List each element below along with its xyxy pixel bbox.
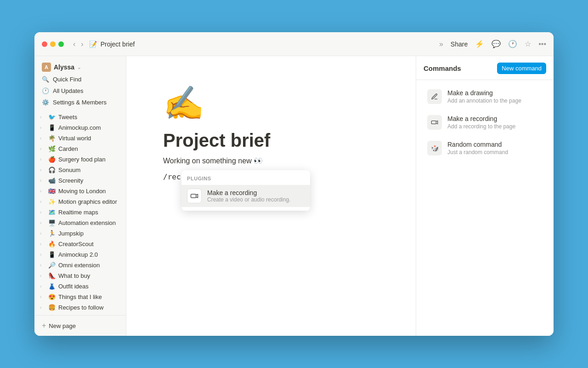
right-panel: Commands New command Make a drawing Add … [416, 56, 554, 336]
share-button[interactable]: Share [451, 40, 468, 48]
chevron-right-icon: › [40, 220, 45, 225]
history-icon[interactable]: 🕐 [508, 40, 517, 48]
slash-command-text[interactable]: /rec [163, 172, 181, 181]
command-desc: Add a recording to the page [447, 123, 515, 130]
sidebar-item-tweets[interactable]: › 🐦 Tweets [34, 112, 126, 122]
sidebar-item-settings[interactable]: ⚙️ Settings & Members [38, 97, 122, 108]
page-label: What to buy [58, 272, 122, 279]
plugin-name: Make a recording [207, 189, 290, 196]
chevron-right-icon: › [40, 242, 45, 247]
lightning-icon[interactable]: ⚡ [475, 40, 484, 48]
chevron-right-icon: › [40, 210, 45, 215]
chevron-right-icon: › [40, 273, 45, 278]
gear-icon: ⚙️ [42, 99, 49, 106]
sidebar-item-money-making[interactable]: › 🤑 Money making ideas [34, 313, 126, 315]
drawing-command-icon [427, 89, 442, 104]
sidebar-item-moving-london[interactable]: › 🇬🇧 Moving to London [34, 186, 126, 196]
plus-icon: + [42, 322, 46, 330]
sidebar-item-virtual-world[interactable]: › 🌴 Virtual world [34, 133, 126, 144]
sidebar-item-recipes[interactable]: › 🍔 Recipes to follow [34, 302, 126, 313]
chevron-right-icon: › [40, 157, 45, 162]
page-icon: 🍔 [48, 304, 56, 311]
minimize-button[interactable] [50, 41, 56, 47]
page-label: CreatorScout [58, 241, 122, 247]
page-icon: 📱 [48, 124, 56, 131]
command-name: Random command [447, 141, 508, 148]
recording-command-icon [427, 115, 442, 130]
svg-rect-0 [191, 194, 196, 198]
sidebar-item-things-i-like[interactable]: › 😍 Things that I like [34, 292, 126, 302]
document-subtitle: Working on something new 👀 [163, 156, 379, 165]
commands-title: Commands [424, 64, 461, 72]
chevron-right-icon: › [40, 115, 45, 120]
chevron-right-icon: › [40, 167, 45, 172]
plugin-item-recording[interactable]: Make a recording Create a video or audio… [181, 185, 310, 207]
sidebar-item-all-updates[interactable]: 🕐 All Updates [38, 85, 122, 97]
user-profile[interactable]: A Alyssa ⌄ [38, 61, 122, 74]
page-label: Sonuum [58, 167, 122, 173]
sidebar-item-surgery-food-plan[interactable]: › 🍎 Surgery food plan [34, 154, 126, 165]
sidebar-item-sonuum[interactable]: › 🎧 Sonuum [34, 165, 126, 175]
page-label: Animockup 2.0 [58, 251, 122, 258]
plugin-dropdown: PLUGINS Make a recording Create a video … [181, 170, 310, 211]
page-icon: 😍 [48, 293, 56, 300]
page-icon: 🎧 [48, 167, 56, 173]
username: Alyssa [54, 63, 74, 71]
sidebar-item-animockup-2[interactable]: › 📱 Animockup 2.0 [34, 249, 126, 260]
more-options-icon[interactable]: ••• [538, 40, 546, 48]
new-page-button[interactable]: + New page [38, 319, 122, 332]
sidebar-item-motion-graphics[interactable]: › ✨ Motion graphics editor [34, 196, 126, 207]
sidebar-item-omni-extension[interactable]: › 🔎 Omni extension [34, 260, 126, 270]
page-icon: 🔥 [48, 241, 56, 247]
sidebar-item-realtime-maps[interactable]: › 🗺️ Realtime maps [34, 207, 126, 218]
page-label: Animockup.com [58, 124, 122, 131]
sidebar-item-automation-extension[interactable]: › 🖥️ Automation extension [34, 218, 126, 228]
chevron-right-icon: › [40, 178, 45, 183]
recording-plugin-icon [187, 189, 202, 203]
maximize-button[interactable] [58, 41, 64, 47]
page-icon: 👠 [48, 272, 56, 279]
random-command-icon: 🎲 [427, 141, 442, 155]
page-icon: 🌿 [48, 145, 56, 152]
command-item-random[interactable]: 🎲 Random command Just a random command [420, 135, 550, 161]
new-page-label: New page [49, 322, 76, 329]
page-label: Virtual world [58, 135, 122, 142]
comment-icon[interactable]: 💬 [492, 40, 501, 48]
page-icon: 📹 [48, 177, 56, 184]
command-item-recording[interactable]: Make a recording Add a recording to the … [420, 109, 550, 135]
page-icon: 🔎 [48, 262, 56, 269]
page-label: Motion graphics editor [58, 198, 122, 205]
app-window: ‹ › 📝 Project brief » Share ⚡ 💬 🕐 ☆ ••• … [34, 32, 554, 336]
panel-expand-icon[interactable]: » [439, 40, 443, 48]
back-button[interactable]: ‹ [71, 40, 77, 49]
page-label: Jumpskip [58, 230, 122, 237]
titlebar: ‹ › 📝 Project brief » Share ⚡ 💬 🕐 ☆ ••• [34, 32, 554, 56]
sidebar-item-outfit-ideas[interactable]: › 👗 Outfit ideas [34, 281, 126, 292]
sidebar-item-carden[interactable]: › 🌿 Carden [34, 144, 126, 154]
page-label: Outfit ideas [58, 283, 122, 290]
page-icon: ✨ [48, 198, 56, 205]
quick-find-label: Quick Find [53, 76, 81, 83]
content-area: ✍️ Project brief Working on something ne… [126, 56, 416, 336]
sidebar-bottom: + New page [34, 315, 126, 336]
sidebar-item-animockup-com[interactable]: › 📱 Animockup.com [34, 122, 126, 133]
sidebar-item-quick-find[interactable]: 🔍 Quick Find [38, 74, 122, 85]
page-label: Recipes to follow [58, 304, 122, 311]
chevron-right-icon: › [40, 252, 45, 257]
page-label: Tweets [58, 114, 122, 121]
page-title-icon: 📝 [89, 40, 97, 48]
sidebar-item-what-to-buy[interactable]: › 👠 What to buy [34, 270, 126, 281]
chevron-right-icon: › [40, 231, 45, 236]
chevron-right-icon: › [40, 125, 45, 130]
command-item-drawing[interactable]: Make a drawing Add an annotation to the … [420, 84, 550, 109]
close-button[interactable] [42, 41, 47, 47]
page-label: Carden [58, 145, 122, 152]
sidebar-item-screenity[interactable]: › 📹 Screenity [34, 175, 126, 186]
command-text: Make a recording Add a recording to the … [447, 115, 515, 130]
chevron-right-icon: › [40, 189, 45, 194]
favorite-icon[interactable]: ☆ [525, 40, 531, 48]
new-command-button[interactable]: New command [497, 63, 546, 74]
sidebar-item-creatorscout[interactable]: › 🔥 CreatorScout [34, 239, 126, 249]
sidebar-item-jumpskip[interactable]: › 🏃 Jumpskip [34, 228, 126, 239]
forward-button[interactable]: › [79, 40, 85, 49]
